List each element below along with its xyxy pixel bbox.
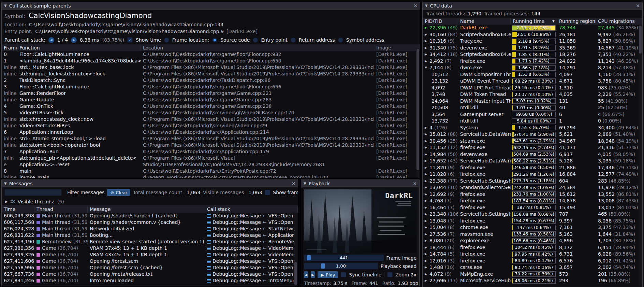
expand-arrow-icon[interactable]: ▶: [425, 264, 429, 271]
cpu-row[interactable]: 13,732ntdll.dll5.84 us (0.00%)10 (0.00%): [423, 118, 642, 125]
next-parent-button[interactable]: ▶: [71, 37, 77, 43]
close-icon[interactable]: ✕: [636, 3, 640, 9]
callstack-row[interactable]: inlinestd::chrono::steady_clock::nowC:\P…: [2, 116, 420, 123]
callstack-row[interactable]: 6Application::InnerLoopC:\Users\wolf\Des…: [2, 129, 420, 135]
callstack-icon[interactable]: [207, 279, 211, 283]
cpu-row[interactable]: ▶4,768(7)firefox.exe187.54 ms (0.81%)14,…: [423, 198, 642, 204]
column-pid-tid[interactable]: PID/TID: [423, 18, 458, 25]
cpu-row[interactable]: ▶16,464(7)firefox.exe187 ms (0.81%)15,49…: [423, 204, 642, 211]
expand-arrow-icon[interactable]: ▶: [425, 158, 429, 164]
callstack-icon[interactable]: [207, 233, 211, 237]
expand-arrow-icon[interactable]: ▶: [425, 131, 429, 138]
callstack-row[interactable]: inlineinvoke_maind:\agent\_work\63\s\src…: [2, 174, 420, 178]
expand-arrow-icon[interactable]: ▶: [425, 45, 429, 52]
expand-arrow-icon[interactable]: ▶: [425, 211, 429, 218]
expand-arrow-icon[interactable]: ▶: [425, 31, 429, 38]
message-row[interactable]: 627,411,606nsGame (36,704)Opening /fores…: [2, 258, 298, 264]
cpu-row[interactable]: ▶13,048(7)firefox.exe154.28 ms (0.67%)9,…: [423, 218, 642, 225]
cpu-row[interactable]: ▶8,080(20)explorer.exe105.66 ms (0.46%)4…: [423, 238, 642, 244]
expand-arrow-icon[interactable]: ▶: [425, 184, 429, 191]
playback-speed-slider[interactable]: 1.00: [304, 263, 378, 269]
callstack-row[interactable]: 3Floor::CalcLightNoLuminanceC:\Users\wol…: [2, 84, 420, 90]
expand-arrow-icon[interactable]: ▶: [425, 231, 429, 238]
message-row[interactable]: 626,024,328nsMain thread (31,596)Network…: [2, 226, 298, 232]
callstack-row[interactable]: 8mainC:\Users\wolf\Desktop\darkrl\src\En…: [2, 168, 420, 174]
callstack-scrollbar[interactable]: [416, 48, 420, 177]
show-time-checkbox[interactable]: ✓: [127, 37, 133, 43]
cpu-row[interactable]: ▶27,536(7)msvsmon.exe133.45 ms (0.58%)5,…: [423, 231, 642, 238]
cpu-row[interactable]: ▶15,652(43)ServiceHub.DataWareho580.22 m…: [423, 158, 642, 164]
callstack-row[interactable]: inlinestd::unique_lock<std::mutex>::lock…: [2, 71, 420, 77]
expand-arrow-icon[interactable]: ▶: [425, 125, 429, 131]
column-name[interactable]: Name: [458, 18, 511, 25]
cpu-row[interactable]: ▶34,412(18)ScriptedSandbox64.exe1.85 s (…: [423, 51, 642, 58]
callstack-icon[interactable]: [207, 220, 211, 224]
message-row[interactable]: 606,117,568nsMain thread (31,596)Opening…: [2, 219, 298, 226]
collapse-arrow-icon[interactable]: ▼: [304, 182, 306, 185]
close-icon[interactable]: ✕: [413, 181, 417, 186]
collapse-arrow-icon[interactable]: ▼: [4, 4, 7, 8]
cpu-row[interactable]: ▶12,692(9)firefox.exe231.76 ms (1.00%)15…: [423, 191, 642, 198]
expand-arrow-icon[interactable]: ▶: [425, 138, 429, 145]
message-row[interactable]: 606,049,398nsMain thread (31,596)Opening…: [2, 213, 298, 219]
column-cpu-migrations[interactable]: CPU migrations: [596, 18, 642, 25]
cpu-row[interactable]: 20,508ntdll.dll1.01 ms (0.00%)4025 (62.5…: [423, 104, 642, 111]
column-running-time[interactable]: Running time ▼: [511, 18, 557, 25]
message-row[interactable]: 627,313,190nsRemoteView (31,392)Remote v…: [2, 239, 298, 245]
callstack-icon[interactable]: [207, 246, 211, 250]
expand-arrow-icon[interactable]: ▼: [425, 64, 429, 71]
cpu-row[interactable]: ▶30,456(25)steam.exe643.61 ms (2.79%)34,…: [423, 138, 642, 145]
cpu-row[interactable]: ▶11,152(12)firefox.exe632.15 ms (2.74%)4…: [423, 144, 642, 151]
collapse-arrow-icon[interactable]: ▼: [4, 182, 7, 185]
callstack-row[interactable]: inlineGame::RenderFloorC:\Users\wolf\Des…: [2, 90, 420, 97]
callstack-row[interactable]: 4Game::OnTickC:\Users\wolf\Desktop\darkr…: [2, 103, 420, 110]
expand-arrow-icon[interactable]: ▶: [425, 271, 429, 278]
expand-arrow-icon[interactable]: ▶: [425, 51, 429, 58]
cpu-row[interactable]: ▶14,984(50)devenv.exe584.69 ms (2.53%)6,…: [423, 151, 642, 158]
cpu-row[interactable]: ▶10,316(9)Tracy.exe2.18 s (9.45%)11,0585…: [423, 38, 642, 45]
collapse-arrow-icon[interactable]: ▼: [425, 4, 428, 8]
cpu-row[interactable]: ▶4,872(9)MsMpEng.exe70.22 ms (0.30%)5732…: [423, 271, 642, 278]
play-button[interactable]: ▶ Play: [318, 271, 338, 278]
expand-arrow-icon[interactable]: ▶: [425, 204, 429, 211]
prev-parent-button[interactable]: ◀: [48, 37, 54, 43]
scrollbar-thumb[interactable]: [639, 26, 642, 54]
expand-arrow-icon[interactable]: ▶: [425, 277, 429, 284]
cpu-row[interactable]: 10,512DWM Compositor Thread1.53 s (6.63%…: [423, 71, 642, 78]
messages-scrollbar[interactable]: [294, 213, 297, 286]
cpu-row[interactable]: ▶22,396(49)DarkRL.exe2.79 s (12.06%)78,7…: [423, 25, 642, 31]
frame-image-slider[interactable]: 441: [304, 255, 384, 261]
expand-arrow-icon[interactable]: ▶: [425, 191, 429, 198]
cpu-row[interactable]: ▼7,144(8)dwm.exe1.66 s (7.18%)14,2918,21…: [423, 64, 642, 71]
zoom-checkbox[interactable]: [387, 272, 393, 277]
callstack-row[interactable]: inlinestd::_Atomic_storage<bool,1>::load…: [2, 135, 420, 142]
callstack-row[interactable]: inlinestd::unique_ptr<Application,std::d…: [2, 155, 420, 168]
callstack-row[interactable]: inlineVideo::GetTicksHiResC:\Users\wolf\…: [2, 123, 420, 129]
callstack-row[interactable]: 1<lambda_84a19dc444fae966ca174e83e708bdc…: [2, 58, 420, 64]
callstack-row[interactable]: 2TaskDispatch::SyncC:\Users\wolf\Desktop…: [2, 77, 420, 84]
callstack-icon[interactable]: [207, 272, 211, 276]
cpu-row[interactable]: 3,564GameInput server69.68 us (0.00%)64 …: [423, 111, 642, 118]
callstack-row[interactable]: inlineGame::UpdateC:\Users\wolf\Desktop\…: [2, 97, 420, 103]
callstack-row[interactable]: inlinestd::_Mutex_base::lockC:\Program F…: [2, 64, 420, 71]
radio-entry-point[interactable]: [253, 38, 258, 43]
cpu-row[interactable]: ▶11,828(6)firefox.exe291.26 ms (1.26%)16…: [423, 171, 642, 178]
column-running-regions[interactable]: Running regions: [557, 18, 596, 25]
message-row[interactable]: 627,380,356nsGame (36,704)VRAM 37x45: 13…: [2, 245, 298, 252]
callstack-row[interactable]: inlinestd::atomic<bool>::operator boolC:…: [2, 142, 420, 148]
radio-source-code[interactable]: [212, 38, 217, 43]
callstack-icon[interactable]: [207, 266, 211, 270]
close-icon[interactable]: ✕: [413, 3, 418, 9]
cpu-row[interactable]: ▶14,784(5)firefox.exe97.95 ms (0.42%)6,7…: [423, 251, 642, 258]
message-row[interactable]: 627,399,326nsGame (36,704)VRAM 43x45: 15…: [2, 252, 298, 258]
callstack-icon[interactable]: [207, 214, 211, 218]
expand-arrow-icon[interactable]: ▶: [425, 238, 429, 244]
radio-return-address[interactable]: [291, 38, 296, 43]
cpu-row[interactable]: ▶30,160(84)ScriptedSandbox64.exe2.51 s (…: [423, 31, 642, 38]
close-icon[interactable]: ✕: [291, 181, 295, 186]
expand-arrow-icon[interactable]: ▶: [425, 244, 429, 251]
cpu-row[interactable]: ▶15,004(8)chrome.exe147 ms (0.64%)7,1613…: [423, 224, 642, 231]
message-row[interactable]: 626,833,622nsMain thread (31,596)Booting…: [2, 232, 298, 239]
expand-arrow-icon[interactable]: ▶: [425, 144, 429, 151]
cpu-row[interactable]: 13,132uDWM Event Thread68.29 ms (0.30%)4…: [423, 78, 642, 85]
